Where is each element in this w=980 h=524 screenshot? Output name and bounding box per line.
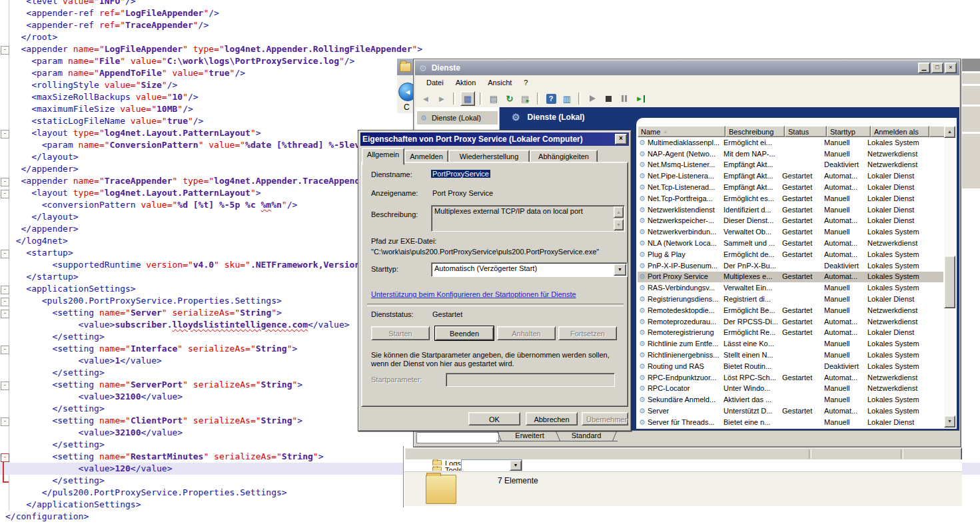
- close-icon[interactable]: ×: [615, 134, 627, 144]
- column-header-anmelden-als[interactable]: Anmelden als: [871, 126, 929, 137]
- scrollbar-thumb[interactable]: [944, 256, 955, 308]
- resume-button[interactable]: Fortsetzen: [558, 326, 617, 340]
- scroll-down-icon[interactable]: ▼: [614, 219, 624, 230]
- pause-button[interactable]: Anhalten: [497, 326, 556, 340]
- cell-beschreibung: Bietet eine n...: [724, 417, 782, 427]
- service-row[interactable]: ⚙Richtlinie zum Entfe...Lässt eine Ko...…: [638, 338, 943, 350]
- cell-status: Gestartet: [782, 328, 824, 338]
- chevron-down-icon[interactable]: ▼: [510, 460, 522, 471]
- menu-aktion[interactable]: Aktion: [450, 77, 482, 88]
- restart-service-button[interactable]: ►: [634, 92, 647, 105]
- cell-beschreibung: Verwaltet Ein...: [724, 283, 782, 293]
- column-header-starttyp[interactable]: Starttyp: [827, 126, 871, 137]
- toolbar-separator: [453, 93, 456, 105]
- service-row[interactable]: ⚙Server für Threads...Bietet eine n...Ma…: [638, 417, 943, 427]
- tab-standard[interactable]: Standard: [558, 431, 615, 441]
- column-header-name[interactable]: Name▲: [638, 126, 726, 137]
- startup-type-combobox[interactable]: Automatisch (Verzögerter Start) ▼: [431, 262, 628, 277]
- service-row[interactable]: ⚙NLA (Network Loca...Sammelt und ...Gest…: [638, 238, 943, 249]
- service-row[interactable]: ⚙Richtlinienergebniss...Stellt einen N..…: [638, 350, 943, 361]
- tab-erweitert[interactable]: Erweitert: [499, 431, 560, 441]
- extended-description-box: [416, 432, 499, 443]
- forward-button[interactable]: ►: [435, 92, 448, 105]
- cell-starttyp: Manuell: [824, 227, 867, 237]
- service-gear-icon: ⚙: [639, 418, 646, 426]
- service-row[interactable]: ⚙Net.Tcp-Listenerad...Empfängt Akt...Ges…: [638, 182, 943, 193]
- stop-service-button[interactable]: [602, 92, 615, 105]
- description-scrollbar[interactable]: ▲ ▼: [614, 206, 624, 230]
- services-titlebar[interactable]: ⚙ Dienste ▁ □ ×: [415, 61, 959, 75]
- service-row[interactable]: ⚙NetzwerklistendienstIdentifiziert d...G…: [638, 204, 943, 216]
- service-row[interactable]: ⚙Port Proxy ServiceMultiplexes e...Gesta…: [638, 272, 943, 283]
- ok-button[interactable]: OK: [468, 412, 520, 425]
- column-header-status[interactable]: Status: [785, 126, 827, 137]
- start-button[interactable]: Starten: [371, 326, 430, 340]
- cell-anmelden-als: Netzwerkdienst: [867, 306, 943, 316]
- description-field[interactable]: Multiplexes external TCP/IP data on loca…: [431, 205, 625, 232]
- service-row[interactable]: ⚙Net.Msmq-Listener...Empfängt Akt...Deak…: [638, 160, 943, 171]
- cell-starttyp: Deaktiviert: [824, 362, 867, 372]
- service-row[interactable]: ⚙PnP-X-IP-Busenum...Der PnP-X-Bu...Deakt…: [638, 260, 943, 272]
- combobox-fragment[interactable]: ▼: [461, 459, 522, 471]
- service-row[interactable]: ⚙RemoteregistrierungErmöglicht Re...Gest…: [638, 328, 943, 339]
- cell-anmelden-als: Lokaler Dienst: [867, 205, 943, 215]
- service-row[interactable]: ⚙Remoteprozedurau...Der RPCSS-Di...Gesta…: [638, 316, 943, 328]
- service-row[interactable]: ⚙Net.Tcp-Portfreiga...Ermöglicht es...Ge…: [638, 193, 943, 204]
- cell-status: [782, 417, 824, 427]
- dialog-titlebar[interactable]: Eigenschaften von Port Proxy Service (Lo…: [360, 132, 629, 146]
- minimize-button[interactable]: ▁: [918, 63, 930, 73]
- close-button[interactable]: ×: [945, 63, 957, 73]
- help-button[interactable]: ?: [544, 92, 558, 105]
- column-header-beschreibung[interactable]: Beschreibung: [726, 126, 785, 137]
- pause-service-button[interactable]: [618, 92, 631, 105]
- cell-starttyp: Automat...: [824, 238, 867, 248]
- cell-anmelden-als: Lokales System: [867, 350, 943, 360]
- service-name-value[interactable]: PortProxyService: [431, 170, 490, 178]
- show-console-tree-button[interactable]: ▦: [460, 91, 475, 106]
- cancel-button[interactable]: Abbrechen: [526, 412, 578, 425]
- service-row[interactable]: ⚙Sekundäre Anmeld...Aktiviert das ...Man…: [638, 394, 943, 405]
- service-gear-icon: ⚙: [639, 183, 646, 191]
- back-button[interactable]: ◄: [419, 92, 432, 105]
- vertical-scrollbar[interactable]: ▲ ▼: [944, 126, 955, 427]
- export-list-button[interactable]: ▤►: [519, 92, 532, 105]
- service-row[interactable]: ⚙RPC-Endpunktzuor...Löst RPC-Sch...Gesta…: [638, 372, 943, 384]
- service-row[interactable]: ⚙Netzwerkspeicher-...Dieser Dienst...Ges…: [638, 216, 943, 227]
- properties-button[interactable]: ▤: [487, 92, 500, 105]
- back-icon: ◄: [404, 88, 412, 96]
- scroll-up-icon[interactable]: ▲: [614, 206, 624, 218]
- service-gear-icon: ⚙: [639, 395, 646, 403]
- chevron-down-icon[interactable]: ▼: [614, 264, 626, 276]
- cell-anmelden-als: Lokales System: [867, 362, 943, 372]
- folder-icon: [432, 467, 442, 471]
- menu-ansicht[interactable]: Ansicht: [482, 77, 518, 88]
- service-row[interactable]: ⚙Remotedesktopdie...Ermöglicht Be...Gest…: [638, 305, 943, 316]
- service-row[interactable]: ⚙Multimediaklassenpl...Ermöglicht ei...M…: [638, 137, 943, 148]
- tab-allgemein[interactable]: Allgemein: [362, 148, 404, 165]
- scroll-down-icon[interactable]: ▼: [944, 415, 955, 427]
- stop-icon: [606, 96, 612, 102]
- tree-item-dienste-lokal[interactable]: ⚙ Dienste (Lokal): [417, 111, 498, 125]
- menu-datei[interactable]: Datei: [420, 77, 450, 88]
- service-row[interactable]: ⚙RAS-Verbindungsv...Verwaltet Ein...Manu…: [638, 282, 943, 294]
- extended-view-button[interactable]: ▥: [560, 92, 574, 105]
- maximize-button[interactable]: □: [931, 63, 943, 73]
- service-row[interactable]: ⚙RPC-LocatorUnter Windo...ManuellNetzwer…: [638, 384, 943, 395]
- cell-status: [782, 395, 824, 405]
- service-row[interactable]: ⚙Net.Pipe-Listenera...Empfängt Akt...Ges…: [638, 170, 943, 182]
- service-row[interactable]: ⚙Netzwerkverbindun...Verwaltet Ob...Gest…: [638, 226, 943, 238]
- scroll-up-icon[interactable]: ▲: [944, 126, 955, 138]
- apply-button[interactable]: Übernehmen: [582, 412, 628, 425]
- service-row[interactable]: ⚙Plug & PlayErmöglicht de...GestartetAut…: [638, 249, 943, 260]
- start-params-input[interactable]: [446, 373, 615, 387]
- service-row[interactable]: ⚙Registrierungsdiens...Registriert di...…: [638, 294, 943, 305]
- start-service-button[interactable]: [586, 92, 599, 105]
- startup-options-help-link[interactable]: Unterstützung beim Konfigurieren der Sta…: [371, 290, 576, 298]
- stop-button[interactable]: Beenden: [435, 326, 494, 340]
- refresh-button[interactable]: ↻: [503, 92, 516, 105]
- service-row[interactable]: ⚙ServerUnterstützt D...GestartetAutomat.…: [638, 405, 943, 417]
- service-row[interactable]: ⚙Routing und RASBietet Routin...Deaktivi…: [638, 361, 943, 372]
- menu-hilfe[interactable]: ?: [518, 77, 534, 88]
- dialog-tabs: Allgemein Anmelden Wiederherstellung Abh…: [362, 148, 628, 162]
- service-row[interactable]: ⚙NAP-Agent (Netwo...Mit dem NAP-...Manue…: [638, 148, 943, 160]
